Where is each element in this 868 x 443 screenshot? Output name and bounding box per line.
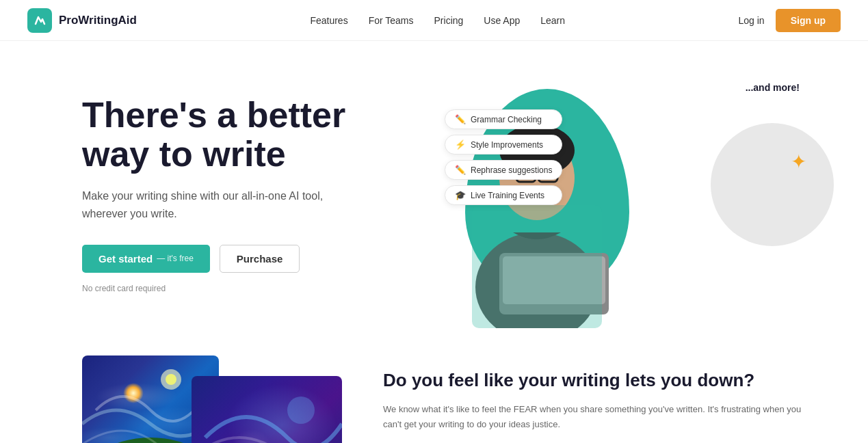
bottom-text: We know what it's like to feel the FEAR … xyxy=(383,402,813,432)
style-icon: ⚡ xyxy=(455,139,466,150)
pill-training: 🎓 Live Training Events xyxy=(445,185,562,205)
pill-grammar: ✏️ Grammar Checking xyxy=(445,109,562,129)
nav-for-teams[interactable]: For Teams xyxy=(369,15,414,26)
nav-actions: Log in Sign up xyxy=(739,9,841,32)
nav-links: Features For Teams Pricing Use App Learn xyxy=(310,14,565,27)
svg-point-11 xyxy=(287,397,315,424)
no-credit-text: No credit card required xyxy=(82,284,438,293)
rephrase-icon: ✏️ xyxy=(455,165,466,175)
pill-style: ⚡ Style Improvements xyxy=(445,135,562,155)
and-more-label: ...and more! xyxy=(746,82,800,93)
pill-rephrase: ✏️ Rephrase suggestions xyxy=(445,160,562,180)
feature-pills: ✏️ Grammar Checking ⚡ Style Improvements… xyxy=(445,109,562,205)
nav-features[interactable]: Features xyxy=(310,15,347,26)
hero-section: There's a better way to write Make your … xyxy=(0,41,868,355)
bottom-right: Do you feel like your writing lets you d… xyxy=(383,355,813,432)
bottom-title: Do you feel like your writing lets you d… xyxy=(383,369,813,392)
get-started-button[interactable]: Get started — it's free xyxy=(82,245,210,273)
sparkle-decoration: ✦ xyxy=(791,150,806,173)
hero-right: ✏️ Grammar Checking ⚡ Style Improvements… xyxy=(451,82,813,328)
logo-text: ProWritingAid xyxy=(59,14,137,27)
bottom-left: My idea in my head xyxy=(82,355,342,443)
hero-buttons: Get started — it's free Purchase xyxy=(82,245,438,273)
gray-circle-decoration xyxy=(711,123,834,246)
nav-learn[interactable]: Learn xyxy=(540,15,565,26)
navbar: ProWritingAid Features For Teams Pricing… xyxy=(0,0,868,41)
training-icon: 🎓 xyxy=(455,190,466,200)
nav-pricing[interactable]: Pricing xyxy=(434,15,464,26)
signup-button[interactable]: Sign up xyxy=(776,9,841,32)
login-link[interactable]: Log in xyxy=(739,15,765,26)
svg-rect-8 xyxy=(472,205,602,328)
logo-link[interactable]: ProWritingAid xyxy=(27,8,137,33)
nav-use-app[interactable]: Use App xyxy=(484,15,520,26)
svg-point-10 xyxy=(166,374,176,385)
grammar-icon: ✏️ xyxy=(455,114,466,124)
hero-subtitle: Make your writing shine with our all-in-… xyxy=(82,187,342,222)
purchase-button[interactable]: Purchase xyxy=(220,245,300,273)
hero-left: There's a better way to write Make your … xyxy=(82,82,438,293)
hero-title: There's a better way to write xyxy=(82,96,438,174)
painting-stack: My idea in my head xyxy=(82,355,328,443)
painting-front xyxy=(192,376,342,443)
logo-icon xyxy=(27,8,52,33)
dark-art xyxy=(192,376,342,443)
free-tag: — it's free xyxy=(157,254,194,263)
bottom-section: My idea in my head Do you feel like your… xyxy=(0,355,868,443)
